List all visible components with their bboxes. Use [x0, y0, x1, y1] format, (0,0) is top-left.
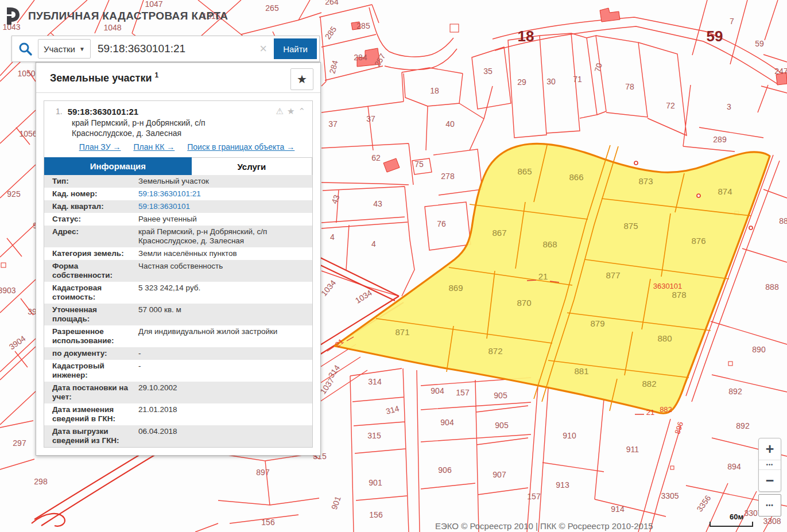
svg-text:72: 72	[666, 101, 675, 110]
svg-text:867: 867	[492, 228, 506, 238]
info-row: Дата постановки на учет:29.10.2002	[44, 382, 312, 403]
svg-text:156: 156	[369, 510, 383, 519]
more-tools-button[interactable]: •••	[758, 494, 781, 517]
svg-text:3: 3	[727, 102, 731, 111]
warning-icon: ⚠	[276, 106, 284, 117]
svg-text:289: 289	[713, 135, 727, 144]
svg-text:157: 157	[527, 492, 541, 501]
svg-text:7: 7	[730, 17, 734, 26]
cad-number-link[interactable]: 59:18:3630101:21	[131, 188, 312, 200]
svg-text:904: 904	[431, 386, 444, 395]
svg-text:297: 297	[13, 438, 26, 448]
scale-bar: 60м	[710, 512, 753, 527]
result-address: край Пермский, р-н Добрянский, с/п Красн…	[50, 118, 307, 138]
svg-text:882: 882	[642, 379, 656, 389]
svg-text:878: 878	[672, 290, 686, 300]
zoom-in-button[interactable]: +	[759, 438, 781, 460]
info-row: Кадастровый инженер:-	[44, 360, 312, 382]
svg-text:873: 873	[638, 176, 653, 186]
svg-text:875: 875	[623, 221, 638, 231]
svg-text:872: 872	[488, 346, 502, 356]
search-category-dropdown[interactable]: Участки ▼	[38, 39, 91, 59]
app-logo: ПУБЛИЧНАЯ КАДАСТРОВАЯ КАРТА	[6, 7, 228, 25]
svg-text:881: 881	[574, 366, 588, 376]
results-panel-header: Земельные участки 1 ★	[36, 63, 320, 93]
info-row: Дата изменения сведений в ГКН:21.01.2018	[44, 403, 312, 425]
info-row: Адрес:край Пермский, р-н Добрянский, с/п…	[44, 226, 312, 247]
svg-text:278: 278	[441, 172, 455, 181]
svg-text:869: 869	[448, 283, 463, 293]
svg-text:156: 156	[261, 518, 275, 527]
map-zoom-controls: + ••• −	[758, 438, 781, 492]
svg-text:62: 62	[371, 153, 381, 162]
search-in-bounds-link[interactable]: Поиск в границах объекта →	[187, 142, 294, 152]
favorites-button[interactable]: ★	[290, 68, 313, 90]
svg-text:78: 78	[625, 82, 634, 91]
result-tabs: Информация Услуги	[44, 157, 312, 175]
svg-text:914: 914	[611, 504, 625, 514]
results-panel: Земельные участки 1 ★ 1. 59:18:3630101:2…	[36, 62, 321, 456]
result-item[interactable]: 1. 59:18:3630101:21 ⚠ ★ ⌃ край Пермский,…	[44, 101, 312, 157]
svg-text:888: 888	[765, 282, 779, 292]
zoom-out-button[interactable]: −	[759, 470, 781, 491]
cad-quarter-link[interactable]: 59:18:3630101	[131, 200, 312, 213]
chevron-down-icon: ▼	[79, 46, 85, 52]
info-row: Категория земель:Земли населённых пункто…	[44, 247, 312, 260]
search-icon	[18, 41, 33, 56]
search-input[interactable]	[91, 42, 253, 55]
star-icon: ★	[297, 72, 307, 86]
clear-search-button[interactable]: ×	[253, 41, 274, 56]
info-row: Кад. квартал:59:18:3630101	[44, 200, 312, 213]
svg-text:35: 35	[483, 67, 493, 76]
svg-text:59: 59	[707, 28, 723, 45]
info-row: Разрешенное использование:Для индивидуал…	[44, 325, 312, 347]
svg-text:264: 264	[325, 0, 339, 6]
svg-text:40: 40	[445, 119, 455, 129]
svg-text:3308: 3308	[763, 517, 781, 526]
find-button[interactable]: Найти	[274, 38, 317, 59]
plan-kk-link[interactable]: План КК →	[133, 142, 175, 152]
info-row: Тип:Земельный участок	[44, 175, 312, 188]
collapse-icon[interactable]: ⌃	[298, 106, 305, 117]
scale-bar-line	[710, 522, 753, 527]
svg-text:892: 892	[728, 387, 742, 396]
svg-text:907: 907	[493, 470, 506, 479]
scale-label: 60м	[720, 512, 753, 521]
panel-title: Земельные участки 1	[50, 72, 158, 84]
svg-text:3305: 3305	[661, 491, 679, 500]
svg-text:59: 59	[755, 39, 764, 48]
svg-text:904: 904	[440, 418, 454, 427]
svg-text:4: 4	[371, 239, 376, 248]
svg-text:30: 30	[546, 77, 556, 86]
result-index: 1.	[50, 107, 63, 117]
svg-text:911: 911	[626, 445, 639, 454]
svg-text:21: 21	[646, 408, 654, 417]
tab-information[interactable]: Информация	[44, 157, 192, 175]
plan-zu-link[interactable]: План ЗУ →	[79, 142, 121, 152]
svg-text:75: 75	[414, 160, 424, 169]
svg-text:18: 18	[518, 28, 534, 45]
svg-text:894: 894	[727, 462, 741, 471]
svg-text:865: 865	[517, 166, 532, 176]
svg-text:892: 892	[736, 421, 750, 430]
svg-text:913: 913	[556, 480, 569, 490]
logo-icon	[6, 7, 23, 25]
svg-text:3630101: 3630101	[653, 282, 683, 290]
svg-text:247: 247	[774, 67, 787, 76]
search-bar: Участки ▼ × Найти	[11, 36, 320, 62]
svg-text:298: 298	[34, 477, 48, 486]
svg-text:4: 4	[330, 232, 335, 242]
svg-text:37: 37	[366, 114, 375, 123]
svg-text:870: 870	[517, 298, 531, 308]
zoom-tools-button[interactable]: •••	[759, 460, 781, 470]
info-row: Уточненная площадь:57 000 кв. м	[44, 304, 312, 325]
svg-text:37: 37	[328, 119, 338, 129]
svg-text:76: 76	[437, 219, 446, 228]
info-row: Кад. номер:59:18:3630101:21	[44, 188, 312, 200]
tab-services[interactable]: Услуги	[192, 157, 312, 175]
svg-text:880: 880	[657, 333, 672, 343]
info-row: Кадастровая стоимость:5 323 242,14 руб.	[44, 282, 312, 304]
svg-text:877: 877	[606, 270, 620, 280]
star-icon[interactable]: ★	[287, 106, 294, 117]
svg-text:284: 284	[354, 53, 367, 62]
